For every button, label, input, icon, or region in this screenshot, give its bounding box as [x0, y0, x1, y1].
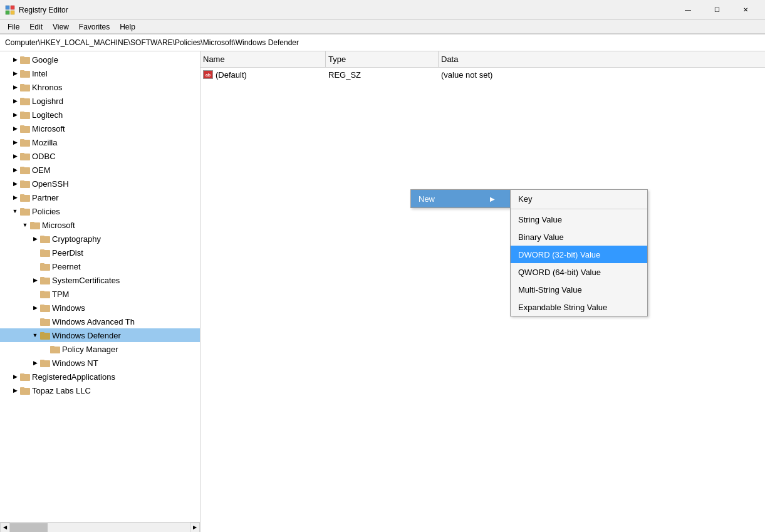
- tree-item-windowsadvanced[interactable]: Windows Advanced Th: [0, 315, 200, 328]
- tree-item-peerdist[interactable]: PeerDist: [0, 246, 200, 259]
- menu-edit[interactable]: Edit: [24, 21, 48, 33]
- tree-content[interactable]: Google Intel Khronos: [0, 51, 200, 522]
- folder-icon-windowsadvanced: [40, 316, 50, 326]
- tree-label-microsoft-top: Microsoft: [32, 124, 65, 133]
- tree-arrow-windowsdefender[interactable]: [30, 328, 40, 342]
- tree-label-microsoft2: Microsoft: [42, 221, 75, 230]
- tree-arrow-cryptography[interactable]: [30, 232, 40, 246]
- folder-icon-logishrd: [20, 96, 30, 106]
- tree-item-openssh[interactable]: OpenSSH: [0, 177, 200, 190]
- tree-item-windowsnt[interactable]: Windows NT: [0, 356, 200, 370]
- tree-label-topazlabs: Topaz Labs LLC: [32, 386, 91, 395]
- tree-arrow-oem[interactable]: [10, 163, 20, 177]
- svg-rect-27: [20, 208, 24, 210]
- svg-rect-25: [20, 194, 24, 196]
- tree-item-windows[interactable]: Windows: [0, 301, 200, 315]
- tree-item-systemcerts[interactable]: SystemCertificates: [0, 273, 200, 287]
- tree-arrow-topazlabs[interactable]: [10, 383, 20, 397]
- tree-item-cryptography[interactable]: Cryptography: [0, 232, 200, 246]
- tree-item-logishrd[interactable]: Logishrd: [0, 94, 200, 108]
- address-bar: Computer\HKEY_LOCAL_MACHINE\SOFTWARE\Pol…: [0, 34, 765, 51]
- tree-arrow-khronos[interactable]: [10, 80, 20, 94]
- folder-icon-khronos: [20, 82, 30, 92]
- context-menu-new-item[interactable]: New ▶: [411, 190, 510, 207]
- folder-icon-windowsnt: [40, 358, 50, 368]
- folder-icon-microsoft-top: [20, 123, 30, 133]
- svg-rect-23: [20, 180, 24, 182]
- scroll-thumb[interactable]: [10, 523, 48, 532]
- window-controls: — ☐ ✕: [674, 0, 760, 20]
- svg-rect-33: [40, 249, 44, 251]
- tree-item-intel[interactable]: Intel: [0, 66, 200, 80]
- menu-help[interactable]: Help: [115, 21, 140, 33]
- tree-item-tpm[interactable]: TPM: [0, 287, 200, 301]
- submenu: Key String Value Binary Value DWORD (32-…: [510, 189, 648, 316]
- tree-item-partner[interactable]: Partner: [0, 190, 200, 204]
- tree-arrow-partner[interactable]: [10, 190, 20, 204]
- folder-icon-logitech: [20, 110, 30, 120]
- minimize-button[interactable]: —: [674, 0, 702, 20]
- submenu-item-dword[interactable]: DWORD (32-bit) Value: [511, 246, 647, 263]
- tree-arrow-openssh[interactable]: [10, 177, 20, 190]
- tree-arrow-odbc[interactable]: [10, 149, 20, 163]
- menu-file[interactable]: File: [3, 21, 24, 33]
- submenu-item-binary[interactable]: Binary Value: [511, 228, 647, 246]
- maximize-button[interactable]: ☐: [702, 0, 731, 20]
- tree-item-mozilla[interactable]: Mozilla: [0, 135, 200, 149]
- tree-arrow-systemcerts[interactable]: [30, 273, 40, 287]
- address-path: Computer\HKEY_LOCAL_MACHINE\SOFTWARE\Pol…: [5, 38, 299, 47]
- tree-label-policymanager: Policy Manager: [62, 345, 118, 354]
- tree-arrow-microsoft-top[interactable]: [10, 122, 20, 135]
- submenu-item-key[interactable]: Key: [511, 190, 647, 207]
- tree-arrow-windows[interactable]: [30, 301, 40, 315]
- tree-item-peernet[interactable]: Peernet: [0, 259, 200, 273]
- tree-item-oem[interactable]: OEM: [0, 163, 200, 177]
- tree-item-google[interactable]: Google: [0, 53, 200, 66]
- tree-item-policymanager[interactable]: Policy Manager: [0, 342, 200, 356]
- tree-item-topazlabs[interactable]: Topaz Labs LLC: [0, 383, 200, 397]
- scroll-track[interactable]: [10, 523, 190, 533]
- scroll-right-button[interactable]: ▶: [190, 523, 200, 533]
- tree-arrow-google[interactable]: [10, 53, 20, 66]
- tree-arrow-windowsnt[interactable]: [30, 356, 40, 370]
- tree-label-windowsnt: Windows NT: [52, 358, 98, 368]
- svg-rect-7: [20, 70, 24, 72]
- table-row[interactable]: ab (Default) REG_SZ (value not set): [200, 68, 765, 81]
- svg-rect-53: [20, 387, 24, 389]
- submenu-item-qword[interactable]: QWORD (64-bit) Value: [511, 263, 647, 281]
- folder-icon-policies: [20, 206, 30, 216]
- svg-rect-37: [40, 277, 44, 279]
- tree-arrow-registeredapps[interactable]: [10, 370, 20, 383]
- submenu-item-string[interactable]: String Value: [511, 211, 647, 228]
- tree-arrow-logitech[interactable]: [10, 108, 20, 122]
- tree-horizontal-scrollbar[interactable]: ◀ ▶: [0, 522, 200, 532]
- tree-item-windowsdefender[interactable]: Windows Defender: [0, 328, 200, 342]
- tree-arrow-policies[interactable]: [10, 204, 20, 218]
- tree-label-windows: Windows: [52, 303, 85, 313]
- folder-icon-windowsdefender: [40, 330, 50, 340]
- tree-item-microsoft2[interactable]: Microsoft: [0, 218, 200, 232]
- menu-favorites[interactable]: Favorites: [74, 21, 115, 33]
- menu-view[interactable]: View: [48, 21, 74, 33]
- svg-rect-41: [40, 305, 44, 306]
- tree-item-logitech[interactable]: Logitech: [0, 108, 200, 122]
- svg-rect-3: [11, 11, 14, 14]
- submenu-item-expandable[interactable]: Expandable String Value: [511, 298, 647, 316]
- tree-item-policies[interactable]: Policies: [0, 204, 200, 218]
- title-bar: Registry Editor — ☐ ✕: [0, 0, 765, 20]
- tree-item-khronos[interactable]: Khronos: [0, 80, 200, 94]
- tree-arrow-intel[interactable]: [10, 66, 20, 80]
- main-area: Google Intel Khronos: [0, 51, 765, 532]
- scroll-left-button[interactable]: ◀: [0, 523, 10, 533]
- tree-item-registeredapps[interactable]: RegisteredApplications: [0, 370, 200, 383]
- tree-item-odbc[interactable]: ODBC: [0, 149, 200, 163]
- tree-item-microsoft-top[interactable]: Microsoft: [0, 122, 200, 135]
- close-button[interactable]: ✕: [731, 0, 760, 20]
- svg-rect-51: [20, 373, 24, 375]
- tree-arrow-microsoft2[interactable]: [20, 218, 30, 232]
- svg-rect-17: [20, 139, 24, 141]
- tree-arrow-mozilla[interactable]: [10, 135, 20, 149]
- submenu-item-multistring[interactable]: Multi-String Value: [511, 281, 647, 298]
- svg-rect-13: [20, 112, 24, 113]
- tree-arrow-logishrd[interactable]: [10, 94, 20, 108]
